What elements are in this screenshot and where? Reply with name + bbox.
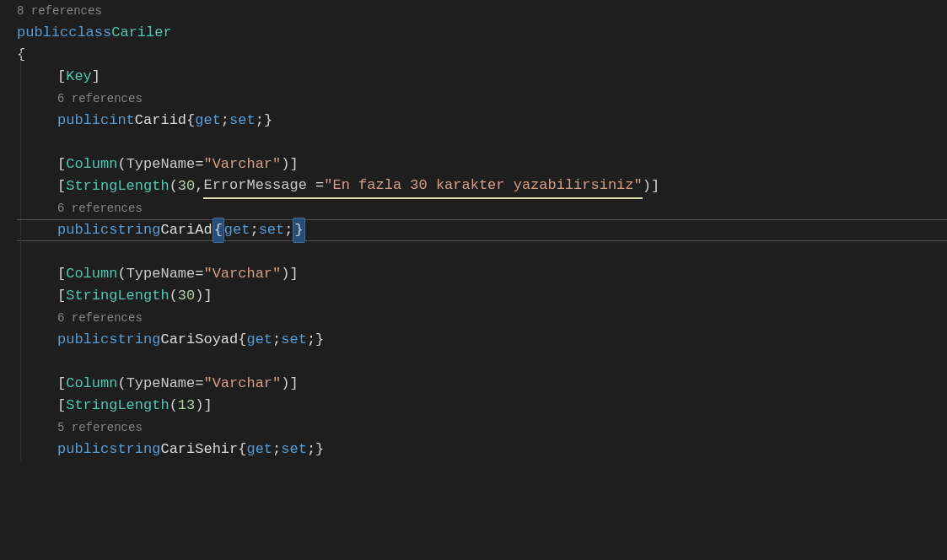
class-keyword: class: [68, 21, 111, 44]
carisoyad-references[interactable]: 6 references: [17, 307, 947, 329]
class-open-brace: {: [17, 44, 947, 66]
key-attribute-line: [Key]: [17, 66, 947, 88]
carisehir-property-line: public string CariSehir { get; set; }: [17, 439, 947, 460]
blank-line: [17, 241, 947, 263]
cariid-property-line: public int Cariid { get; set; }: [17, 110, 947, 132]
selected-brace-open: {: [213, 218, 224, 242]
carisehir-column-attribute: [Column(TypeName = "Varchar")]: [17, 373, 947, 395]
selected-brace-close: }: [293, 218, 304, 242]
cariad-references[interactable]: 6 references: [17, 197, 947, 219]
class-declaration-line: public class Cariler: [17, 22, 947, 44]
carisoyad-property: CariSoyad: [160, 328, 238, 351]
carisoyad-property-line: public string CariSoyad { get; set; }: [17, 329, 947, 351]
code-editor[interactable]: 8 references public class Cariler { [Key…: [0, 0, 947, 460]
cariad-stringlength-attribute: [StringLength(30, ErrorMessage ="En fazl…: [17, 175, 947, 197]
cariid-references[interactable]: 6 references: [17, 88, 947, 110]
public-keyword: public: [17, 21, 68, 44]
cariid-property: Cariid: [135, 109, 186, 132]
carisoyad-column-attribute: [Column(TypeName = "Varchar")]: [17, 263, 947, 285]
key-attribute: Key: [66, 65, 92, 88]
class-name: Cariler: [111, 21, 171, 44]
cariad-column-attribute: [Column(TypeName = "Varchar")]: [17, 153, 947, 175]
blank-line: [17, 132, 947, 153]
cariad-property: CariAd: [160, 218, 212, 241]
carisoyad-stringlength-attribute: [StringLength(30)]: [17, 285, 947, 307]
class-references[interactable]: 8 references: [17, 0, 947, 22]
carisehir-property: CariSehir: [160, 438, 238, 460]
cariad-property-line: public string CariAd { get; set; }: [17, 219, 947, 241]
blank-line: [17, 351, 947, 373]
carisehir-stringlength-attribute: [StringLength(13)]: [17, 395, 947, 417]
indent-guide: [20, 51, 21, 460]
carisehir-references[interactable]: 5 references: [17, 417, 947, 439]
